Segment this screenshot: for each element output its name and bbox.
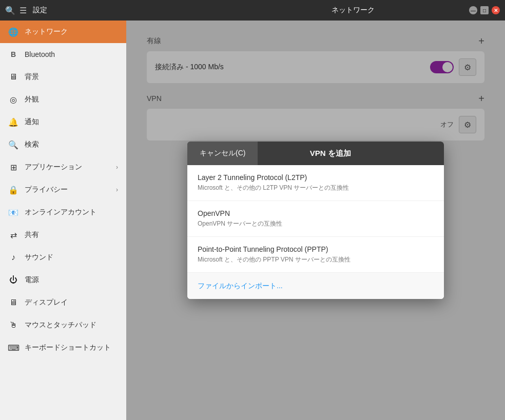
sidebar-item-label: キーボードショートカット	[25, 343, 118, 352]
displays-icon: 🖥	[8, 297, 18, 308]
app-body: 🌐 ネットワーク B Bluetooth 🖥 背景 ◎ 外観 🔔 通知 🔍 検索…	[0, 21, 505, 420]
sidebar-item-label: プライバシー	[25, 185, 110, 194]
appearance-icon: ◎	[8, 94, 18, 105]
chevron-icon: ›	[116, 186, 118, 193]
dialog-item-pptp[interactable]: Point-to-Point Tunneling Protocol (PPTP)…	[187, 237, 444, 273]
dialog-item-l2tp[interactable]: Layer 2 Tunneling Protocol (L2TP) Micros…	[187, 165, 444, 201]
sidebar-item-label: 検索	[25, 140, 118, 149]
dialog-header: キャンセル(C) VPN を追加	[187, 142, 444, 165]
sidebar-item-label: Bluetooth	[25, 50, 118, 58]
titlebar-left: 🔍 ☰ 設定	[5, 6, 237, 15]
sidebar-item-keyboard[interactable]: ⌨ キーボードショートカット	[0, 336, 126, 359]
sidebar-item-label: 外観	[25, 95, 118, 104]
sidebar-item-bluetooth[interactable]: B Bluetooth	[0, 43, 126, 66]
dialog-cancel-button[interactable]: キャンセル(C)	[187, 142, 258, 165]
sidebar-item-label: ネットワーク	[25, 27, 118, 36]
sharing-icon: ⇄	[8, 230, 18, 240]
sidebar-item-label: 共有	[25, 230, 118, 239]
search-icon: 🔍	[8, 139, 18, 150]
sidebar-item-label: アプリケーション	[25, 163, 110, 172]
bluetooth-icon: B	[8, 49, 18, 59]
dialog-import-item[interactable]: ファイルからインポート...	[187, 273, 444, 299]
main-content: 有線 + 接続済み - 1000 Mb/s ⚙ VPN + オフ ⚙	[126, 21, 505, 420]
sidebar-item-appearance[interactable]: ◎ 外観	[0, 88, 126, 111]
background-icon: 🖥	[8, 72, 18, 82]
openvpn-title: OpenVPN	[198, 209, 434, 217]
power-icon: ⏻	[8, 275, 18, 285]
sidebar-item-label: オンラインアカウント	[25, 208, 118, 217]
app-title: 設定	[33, 6, 47, 15]
mouse-icon: 🖱	[8, 320, 18, 330]
import-label: ファイルからインポート...	[198, 282, 283, 290]
sidebar-item-sound[interactable]: ♪ サウンド	[0, 246, 126, 269]
menu-icon[interactable]: ☰	[20, 6, 27, 15]
sound-icon: ♪	[8, 252, 18, 263]
online-accounts-icon: 📧	[8, 207, 18, 217]
sidebar-item-sharing[interactable]: ⇄ 共有	[0, 224, 126, 246]
keyboard-icon: ⌨	[8, 343, 18, 353]
sidebar-item-privacy[interactable]: 🔒 プライバシー ›	[0, 178, 126, 201]
dialog-overlay: キャンセル(C) VPN を追加 Layer 2 Tunneling Proto…	[126, 21, 505, 420]
dialog-item-openvpn[interactable]: OpenVPN OpenVPN サーバーとの互換性	[187, 201, 444, 237]
notifications-icon: 🔔	[8, 117, 18, 127]
maximize-button[interactable]: □	[480, 6, 489, 14]
dialog-title: VPN を追加	[258, 142, 444, 165]
sidebar-item-displays[interactable]: 🖥 ディスプレイ	[0, 291, 126, 314]
l2tp-desc: Microsoft と、その他の L2TP VPN サーバーとの互換性	[198, 184, 434, 192]
sidebar-item-network[interactable]: 🌐 ネットワーク	[0, 21, 126, 43]
sidebar-item-label: マウスとタッチパッド	[25, 321, 118, 330]
network-icon: 🌐	[8, 27, 18, 37]
sidebar-item-label: 通知	[25, 117, 118, 127]
sidebar-item-label: ディスプレイ	[25, 298, 118, 307]
search-icon[interactable]: 🔍	[5, 6, 15, 15]
titlebar: 🔍 ☰ 設定 ネットワーク — □ ✕	[0, 0, 505, 21]
sidebar-item-power[interactable]: ⏻ 電源	[0, 269, 126, 291]
sidebar-item-search[interactable]: 🔍 検索	[0, 133, 126, 156]
sidebar: 🌐 ネットワーク B Bluetooth 🖥 背景 ◎ 外観 🔔 通知 🔍 検索…	[0, 21, 126, 420]
sidebar-item-label: 電源	[25, 275, 118, 285]
close-button[interactable]: ✕	[492, 6, 500, 14]
minimize-button[interactable]: —	[469, 6, 477, 14]
privacy-icon: 🔒	[8, 185, 18, 195]
sidebar-item-background[interactable]: 🖥 背景	[0, 66, 126, 88]
vpn-add-dialog: キャンセル(C) VPN を追加 Layer 2 Tunneling Proto…	[187, 142, 444, 299]
pptp-title: Point-to-Point Tunneling Protocol (PPTP)	[198, 245, 434, 253]
sidebar-item-mouse[interactable]: 🖱 マウスとタッチパッド	[0, 314, 126, 336]
chevron-icon: ›	[116, 164, 118, 171]
openvpn-desc: OpenVPN サーバーとの互換性	[198, 219, 434, 228]
sidebar-item-applications[interactable]: ⊞ アプリケーション ›	[0, 156, 126, 178]
window-controls: — □ ✕	[469, 6, 500, 14]
sidebar-item-notifications[interactable]: 🔔 通知	[0, 111, 126, 133]
window-title: ネットワーク	[237, 6, 469, 15]
pptp-desc: Microsoft と、その他の PPTP VPN サーバーとの互換性	[198, 255, 434, 264]
sidebar-item-label: 背景	[25, 72, 118, 82]
sidebar-item-label: サウンド	[25, 253, 118, 262]
applications-icon: ⊞	[8, 162, 18, 172]
sidebar-item-online-accounts[interactable]: 📧 オンラインアカウント	[0, 201, 126, 224]
l2tp-title: Layer 2 Tunneling Protocol (L2TP)	[198, 173, 434, 182]
